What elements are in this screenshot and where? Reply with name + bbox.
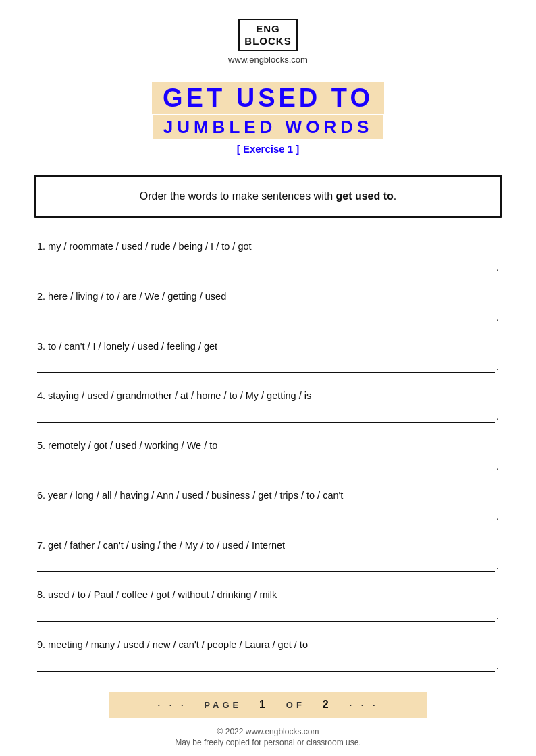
- answer-dot-9: .: [496, 660, 499, 671]
- exercises-container: 1. my / roommate / used / rude / being /…: [37, 230, 499, 672]
- page-label: PAGE: [204, 700, 242, 710]
- answer-dot-7: .: [496, 560, 499, 571]
- logo-line1: ENG: [244, 23, 291, 35]
- exercise-item-6: 6. year / long / all / having / Ann / us…: [37, 479, 499, 522]
- copyright: © 2022 www.engblocks.com: [0, 727, 536, 736]
- exercise-question-9: 9. meeting / many / used / new / can't /…: [37, 628, 499, 657]
- instruction-text-normal: Order the words to make sentences with: [140, 190, 336, 202]
- answer-line-row-5: .: [37, 458, 499, 473]
- instruction-text-end: .: [394, 190, 396, 202]
- answer-line-row-2: .: [37, 308, 499, 323]
- answer-dot-6: .: [496, 511, 499, 522]
- exercise-item-1: 1. my / roommate / used / rude / being /…: [37, 230, 499, 273]
- answer-line-1: [37, 259, 495, 273]
- exercise-question-5: 5. remotely / got / used / working / We …: [37, 429, 499, 458]
- exercise-item-4: 4. staying / used / grandmother / at / h…: [37, 379, 499, 423]
- exercise-question-4: 4. staying / used / grandmother / at / h…: [37, 379, 499, 408]
- answer-line-2: [37, 308, 495, 323]
- sub-title: JUMBLED WORDS: [153, 115, 384, 139]
- answer-dot-3: .: [496, 361, 499, 372]
- answer-line-6: [37, 508, 495, 522]
- page-total: 2: [323, 699, 332, 710]
- exercise-question-7: 7. get / father / can't / using / the / …: [37, 529, 499, 558]
- instruction-box: Order the words to make sentences with g…: [34, 175, 502, 218]
- answer-line-row-6: .: [37, 508, 499, 522]
- footer: © 2022 www.engblocks.com May be freely c…: [0, 727, 536, 747]
- answer-line-row-7: .: [37, 557, 499, 572]
- instruction-text-bold: get used to: [336, 190, 394, 202]
- exercise-item-3: 3. to / can't / I / lonely / used / feel…: [37, 330, 499, 373]
- title-section: GET USED TO JUMBLED WORDS [ Exercise 1 ]: [0, 82, 536, 155]
- header: ENG BLOCKS www.engblocks.com: [0, 0, 536, 68]
- exercise-item-2: 2. here / living / to / are / We / getti…: [37, 280, 499, 323]
- page-dots-end: · · ·: [349, 700, 378, 710]
- exercise-item-5: 5. remotely / got / used / working / We …: [37, 429, 499, 473]
- answer-dot-1: .: [496, 262, 499, 273]
- answer-line-4: [37, 408, 495, 423]
- license: May be freely copied for personal or cla…: [0, 738, 536, 747]
- answer-dot-8: .: [496, 610, 499, 621]
- answer-line-8: [37, 607, 495, 622]
- exercise-question-3: 3. to / can't / I / lonely / used / feel…: [37, 330, 499, 358]
- answer-line-row-9: .: [37, 657, 499, 672]
- page-number-bar: · · · PAGE 1 OF 2 · · ·: [109, 692, 427, 718]
- answer-dot-2: .: [496, 312, 499, 323]
- exercise-item-8: 8. used / to / Paul / coffee / got / wit…: [37, 578, 499, 622]
- page-dots-start: · · ·: [157, 700, 186, 710]
- logo: ENG BLOCKS: [238, 19, 297, 51]
- answer-line-9: [37, 657, 495, 672]
- page-number: 1: [259, 699, 269, 710]
- answer-line-row-3: .: [37, 358, 499, 373]
- exercise-item-9: 9. meeting / many / used / new / can't /…: [37, 628, 499, 672]
- answer-line-row-1: .: [37, 259, 499, 273]
- exercise-item-7: 7. get / father / can't / using / the / …: [37, 529, 499, 572]
- answer-dot-4: .: [496, 411, 499, 422]
- answer-line-7: [37, 557, 495, 572]
- exercise-label: [ Exercise 1 ]: [0, 143, 536, 155]
- answer-line-row-4: .: [37, 408, 499, 423]
- of-label: OF: [286, 700, 305, 710]
- exercise-question-8: 8. used / to / Paul / coffee / got / wit…: [37, 578, 499, 607]
- answer-line-3: [37, 358, 495, 373]
- exercise-question-1: 1. my / roommate / used / rude / being /…: [37, 230, 499, 259]
- exercise-question-6: 6. year / long / all / having / Ann / us…: [37, 479, 499, 508]
- answer-dot-5: .: [496, 461, 499, 472]
- exercise-question-2: 2. here / living / to / are / We / getti…: [37, 280, 499, 308]
- main-title: GET USED TO: [152, 82, 384, 114]
- logo-line2: BLOCKS: [244, 35, 291, 47]
- answer-line-5: [37, 458, 495, 473]
- answer-line-row-8: .: [37, 607, 499, 622]
- website-url: www.engblocks.com: [0, 55, 536, 65]
